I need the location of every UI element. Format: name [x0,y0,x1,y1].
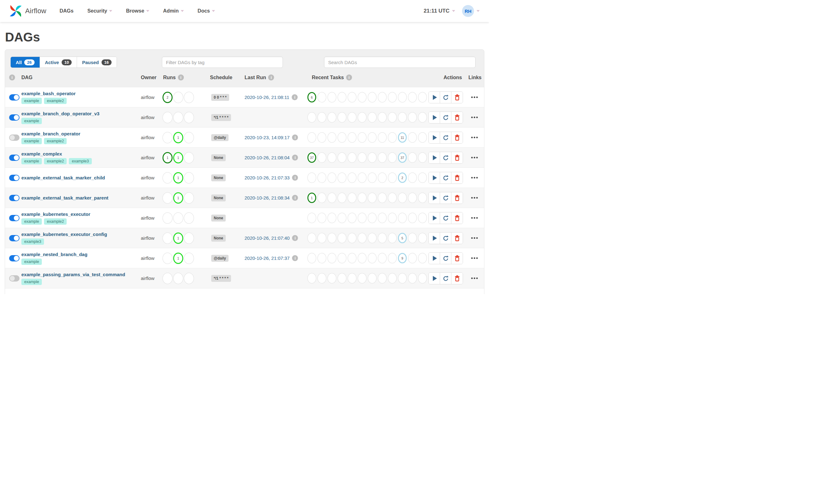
recent-task-circle[interactable] [318,273,326,284]
dag-name-link[interactable]: example_bash_operator [21,91,140,96]
nav-item-dags[interactable]: DAGs [59,8,73,14]
run-status-circle-running[interactable] [173,112,183,123]
tab-paused[interactable]: Paused16 [77,57,117,68]
recent-task-circle[interactable] [408,213,417,223]
tag-badge[interactable]: example [21,258,42,265]
refresh-dag-button[interactable] [440,192,451,204]
recent-task-circle[interactable] [418,112,427,123]
trigger-dag-button[interactable] [429,273,440,284]
schedule-badge[interactable]: @daily [211,255,229,262]
recent-task-circle[interactable] [388,132,397,143]
schedule-badge[interactable]: None [211,154,226,161]
recent-task-circle[interactable] [368,112,377,123]
recent-task-circle[interactable] [418,193,427,203]
recent-task-circle[interactable] [347,193,356,203]
recent-task-circle[interactable] [327,253,336,263]
run-status-circle-success[interactable]: 1 [162,152,173,163]
recent-task-circle[interactable] [408,112,417,123]
airflow-logo[interactable]: Airflow [9,4,46,18]
refresh-dag-button[interactable] [440,92,451,103]
links-ellipsis[interactable] [470,195,478,200]
recent-task-circle[interactable] [318,152,326,163]
recent-task-circle[interactable] [327,193,336,203]
tab-all[interactable]: All26 [11,57,40,68]
recent-task-circle[interactable] [318,213,326,223]
recent-task-circle[interactable] [307,233,316,243]
recent-task-circle[interactable] [347,112,356,123]
recent-task-circle[interactable] [418,132,427,143]
run-status-circle-failed[interactable] [184,132,194,143]
last-run-link[interactable]: 2020-10-26, 21:08:04 [245,155,289,160]
tag-badge[interactable]: example2 [44,138,67,144]
recent-task-circle[interactable] [358,152,367,163]
run-status-circle-failed[interactable] [184,253,194,264]
tag-badge[interactable]: example [21,138,42,144]
recent-task-circle[interactable] [418,273,427,284]
recent-task-circle[interactable] [358,273,367,284]
run-status-circle-success[interactable] [162,212,173,224]
recent-task-circle[interactable] [418,213,427,223]
pause-toggle[interactable] [9,235,19,241]
trigger-dag-button[interactable] [429,253,440,264]
dag-name-link[interactable]: example_branch_operator [21,131,140,137]
recent-task-circle[interactable] [418,92,427,103]
recent-task-circle[interactable] [378,213,387,223]
run-status-circle-failed[interactable] [184,92,194,103]
recent-task-circle[interactable] [388,213,397,223]
run-status-circle-failed[interactable] [184,233,194,244]
refresh-dag-button[interactable] [440,172,451,183]
recent-task-circle[interactable] [378,253,387,263]
recent-task-circle[interactable] [358,112,367,123]
pause-toggle[interactable] [9,195,19,201]
tag-badge[interactable]: example [21,279,42,285]
run-status-circle-running[interactable]: 1 [173,172,183,183]
links-ellipsis[interactable] [470,155,478,160]
schedule-badge[interactable]: */1 * * * * [211,114,231,121]
schedule-badge[interactable]: None [211,195,226,201]
links-ellipsis[interactable] [470,275,478,281]
schedule-badge[interactable]: */1 * * * * [211,275,231,282]
recent-task-circle[interactable] [347,173,356,183]
run-status-circle-failed[interactable] [184,112,194,123]
run-status-circle-running[interactable] [173,273,183,284]
last-run-link[interactable]: 2020-10-26, 21:07:40 [245,235,289,241]
recent-task-circle[interactable] [327,132,336,143]
run-status-circle-running[interactable]: 1 [173,253,183,264]
run-status-circle-success[interactable] [162,273,173,284]
refresh-dag-button[interactable] [440,212,451,224]
schedule-badge[interactable]: @daily [211,134,229,141]
pause-toggle[interactable] [9,255,19,262]
delete-dag-button[interactable] [451,273,463,284]
last-run-link[interactable]: 2020-10-23, 14:09:17 [245,135,289,140]
tag-badge[interactable]: example [21,158,42,164]
nav-item-browse[interactable]: Browse [126,8,149,14]
run-status-circle-success[interactable] [162,112,173,123]
schedule-badge[interactable]: 0 0 * * * [211,94,229,101]
refresh-dag-button[interactable] [440,273,451,284]
refresh-dag-button[interactable] [440,233,451,244]
recent-task-circle[interactable] [358,233,367,243]
recent-task-circle[interactable] [338,193,346,203]
recent-task-circle-none[interactable]: 2 [398,173,407,183]
recent-task-circle[interactable] [388,233,397,243]
recent-task-circle[interactable] [327,273,336,284]
recent-task-circle[interactable] [307,112,316,123]
recent-task-circle[interactable] [347,233,356,243]
recent-task-circle[interactable] [388,112,397,123]
links-ellipsis[interactable] [470,215,478,220]
recent-task-circle[interactable] [347,132,356,143]
dag-name-link[interactable]: example_passing_params_via_test_command [21,272,140,277]
run-status-circle-running[interactable] [173,92,183,103]
recent-task-circle-success[interactable]: 1 [307,193,316,203]
recent-task-circle[interactable] [358,213,367,223]
recent-task-circle[interactable] [347,273,356,284]
recent-task-circle[interactable] [338,273,346,284]
recent-task-circle[interactable] [368,213,377,223]
recent-task-circle[interactable] [338,112,346,123]
recent-task-circle[interactable] [327,173,336,183]
recent-task-circle[interactable] [388,253,397,263]
trigger-dag-button[interactable] [429,233,440,244]
recent-task-circle[interactable] [388,92,397,103]
recent-task-circle[interactable] [408,253,417,263]
recent-task-circle[interactable] [338,253,346,263]
